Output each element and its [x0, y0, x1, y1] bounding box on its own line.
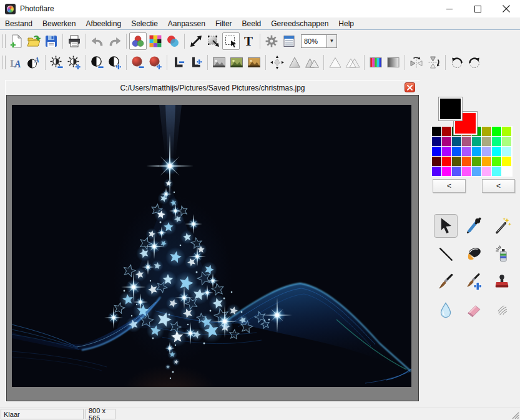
- palette-color[interactable]: [462, 157, 471, 166]
- menu-bewerken[interactable]: Bewerken: [37, 18, 81, 29]
- document-close-button[interactable]: [405, 82, 415, 92]
- batch-list-button[interactable]: [280, 32, 298, 50]
- emboss-button[interactable]: [344, 54, 361, 71]
- palette-color[interactable]: [472, 147, 481, 156]
- menu-gereedschappen[interactable]: Gereedschappen: [266, 18, 333, 29]
- palette-color[interactable]: [502, 167, 511, 176]
- color-mosaic-button[interactable]: [147, 32, 164, 50]
- tool-eraser[interactable]: [462, 298, 486, 322]
- tool-blur[interactable]: [434, 298, 458, 322]
- saturation-minus-button[interactable]: [129, 54, 147, 71]
- flip-vertical-button[interactable]: [425, 54, 443, 71]
- transparency-button[interactable]: [164, 32, 182, 50]
- toolbar-handle[interactable]: [2, 34, 6, 48]
- tool-magic-wand[interactable]: [490, 214, 514, 238]
- palette-color[interactable]: [502, 157, 511, 166]
- zoom-dropdown-icon[interactable]: ▼: [326, 35, 336, 47]
- palette-color[interactable]: [442, 147, 451, 156]
- tool-paintbrush-advanced[interactable]: [462, 270, 486, 294]
- sepia-filter-button[interactable]: [245, 54, 263, 71]
- palette-color[interactable]: [442, 127, 451, 136]
- palette-color[interactable]: [482, 137, 491, 146]
- menu-help[interactable]: Help: [333, 18, 359, 29]
- palette-color[interactable]: [452, 137, 461, 146]
- blur-filter-button[interactable]: [268, 54, 286, 71]
- foreground-color-swatch[interactable]: [439, 97, 462, 120]
- palette-color[interactable]: [432, 157, 441, 166]
- palette-color[interactable]: [502, 127, 511, 136]
- palette-color[interactable]: [492, 127, 501, 136]
- palette-color[interactable]: [452, 167, 461, 176]
- hue-filter-button[interactable]: [367, 54, 385, 71]
- palette-color[interactable]: [472, 157, 481, 166]
- palette-color[interactable]: [452, 147, 461, 156]
- contrast-minus-button[interactable]: [89, 54, 106, 71]
- tool-smudge[interactable]: [490, 298, 514, 322]
- palette-color[interactable]: [472, 137, 481, 146]
- undo-button[interactable]: [89, 32, 106, 50]
- palette-color[interactable]: [452, 157, 461, 166]
- gradient-filter-button[interactable]: [385, 54, 402, 71]
- edge-detect-button[interactable]: [326, 54, 344, 71]
- gamma-minus-button[interactable]: [170, 54, 187, 71]
- settings-button[interactable]: [263, 32, 280, 50]
- tool-paintbrush[interactable]: [434, 270, 458, 294]
- redo-button[interactable]: [106, 32, 124, 50]
- grayscale-filter-button[interactable]: [210, 54, 228, 71]
- palette-color[interactable]: [432, 137, 441, 146]
- scale-button[interactable]: [205, 32, 222, 50]
- palette-prev-button[interactable]: <: [433, 179, 466, 193]
- tool-paint-bucket[interactable]: [462, 242, 486, 266]
- open-file-button[interactable]: [25, 32, 42, 50]
- palette-color[interactable]: [492, 147, 501, 156]
- brightness-minus-button[interactable]: [48, 54, 66, 71]
- palette-prev-button-2[interactable]: <: [482, 179, 515, 193]
- document-title-bar[interactable]: C:/Users/matthijs/Pictures/Saved Picture…: [6, 81, 419, 95]
- auto-levels-button[interactable]: L A: [7, 54, 25, 71]
- tool-line[interactable]: [434, 242, 458, 266]
- rotate-right-button[interactable]: [466, 54, 483, 71]
- rotate-left-button[interactable]: [448, 54, 466, 71]
- palette-color[interactable]: [442, 137, 451, 146]
- flip-horizontal-button[interactable]: [408, 54, 425, 71]
- tool-stamp-clone[interactable]: [490, 270, 514, 294]
- palette-color[interactable]: [442, 157, 451, 166]
- gamma-plus-button[interactable]: [187, 54, 205, 71]
- smooth-filter-button[interactable]: [286, 54, 303, 71]
- resize-button[interactable]: [187, 32, 205, 50]
- close-button[interactable]: [492, 0, 520, 17]
- menu-selectie[interactable]: Selectie: [126, 18, 163, 29]
- toolbar-handle[interactable]: [2, 56, 6, 69]
- tool-color-picker[interactable]: [462, 214, 486, 238]
- new-document-button[interactable]: [7, 32, 25, 50]
- palette-color[interactable]: [462, 147, 471, 156]
- menu-afbeelding[interactable]: Afbeelding: [81, 18, 126, 29]
- zoom-combo[interactable]: 80% ▼: [301, 34, 337, 48]
- palette-color[interactable]: [462, 137, 471, 146]
- auto-contrast-button[interactable]: A: [25, 54, 42, 71]
- palette-color[interactable]: [442, 167, 451, 176]
- palette-color[interactable]: [492, 137, 501, 146]
- save-button[interactable]: [42, 32, 60, 50]
- menu-beeld[interactable]: Beeld: [237, 18, 267, 29]
- tool-pointer[interactable]: [434, 214, 458, 238]
- image-colors-button[interactable]: [129, 32, 147, 50]
- palette-color[interactable]: [482, 147, 491, 156]
- print-button[interactable]: [66, 32, 83, 50]
- palette-color[interactable]: [492, 167, 501, 176]
- maximize-button[interactable]: [464, 0, 492, 17]
- minimize-button[interactable]: [436, 0, 464, 17]
- text-button[interactable]: T: [240, 32, 257, 50]
- resize-grip[interactable]: [511, 411, 519, 419]
- palette-color[interactable]: [482, 127, 491, 136]
- sharpen-filter-button[interactable]: [303, 54, 321, 71]
- menu-bestand[interactable]: Bestand: [0, 18, 37, 29]
- palette-color[interactable]: [432, 147, 441, 156]
- palette-color[interactable]: [502, 147, 511, 156]
- menu-aanpassen[interactable]: Aanpassen: [163, 18, 210, 29]
- palette-color[interactable]: [462, 167, 471, 176]
- palette-color[interactable]: [432, 167, 441, 176]
- palette-color[interactable]: [432, 127, 441, 136]
- menu-filter[interactable]: Filter: [210, 18, 237, 29]
- contrast-plus-button[interactable]: [106, 54, 124, 71]
